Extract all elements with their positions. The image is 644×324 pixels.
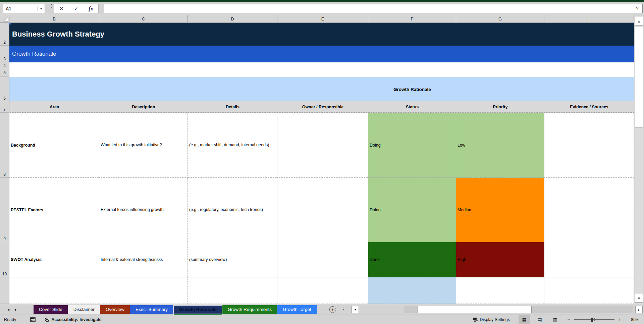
horizontal-scrollbar-thumb[interactable] xyxy=(418,306,532,313)
macro-record-icon[interactable] xyxy=(30,317,36,322)
cell-details[interactable]: (e.g., regulatory, economic, tech trends… xyxy=(188,178,277,242)
col-header-owner[interactable]: Owner / Responsible xyxy=(277,101,368,112)
cell-area[interactable]: PESTEL Factors xyxy=(9,178,99,242)
add-sheet-button[interactable]: + xyxy=(329,306,336,313)
scroll-down-icon[interactable]: ▼ xyxy=(635,294,643,303)
cell-owner[interactable] xyxy=(277,113,368,178)
formula-bar-input[interactable]: ˅ xyxy=(104,4,643,13)
accessibility-status[interactable]: Accessibility: Investigate xyxy=(44,317,101,322)
cell-details[interactable] xyxy=(188,277,277,304)
row-header-7[interactable]: 7 xyxy=(0,101,9,113)
col-header-status[interactable]: Status xyxy=(368,101,456,112)
cell-evidence[interactable] xyxy=(544,178,634,242)
cell-evidence[interactable] xyxy=(544,113,634,178)
col-header-details[interactable]: Details xyxy=(188,101,277,112)
vertical-scrollbar[interactable]: ▲ ▼ xyxy=(635,16,643,304)
tab-exec-summary[interactable]: Exec- Summary xyxy=(130,305,173,314)
vertical-scrollbar-thumb[interactable] xyxy=(635,27,643,127)
cell-owner[interactable] xyxy=(277,277,368,304)
col-header-evidence[interactable]: Evidence / Sources xyxy=(544,101,634,112)
cell-status[interactable]: Doing xyxy=(368,178,456,242)
zoom-out-button[interactable]: − xyxy=(565,317,573,322)
zoom-level[interactable]: 85% xyxy=(624,317,639,322)
col-header-description[interactable]: Description xyxy=(99,101,188,112)
cancel-button[interactable]: ✕ xyxy=(54,4,69,13)
view-normal-button[interactable]: ▦ xyxy=(519,315,530,324)
cell-owner[interactable] xyxy=(277,242,368,277)
empty-cell[interactable] xyxy=(9,69,634,77)
zoom-slider[interactable] xyxy=(574,319,614,320)
cell-priority[interactable]: Medium xyxy=(456,178,544,242)
hscroll-right-icon[interactable]: ▸ xyxy=(635,306,643,313)
cell-description[interactable] xyxy=(99,277,188,304)
cell-status[interactable]: Doing xyxy=(368,113,456,178)
column-header-h[interactable]: H xyxy=(544,15,634,22)
formula-bar-expand-icon[interactable]: ˅ xyxy=(632,6,642,11)
tab-menu-dots-icon[interactable]: ⋮ xyxy=(341,308,346,311)
tab-growth-requirements[interactable]: Growth Requirements xyxy=(222,305,277,314)
cell-evidence[interactable] xyxy=(544,277,634,304)
cell-details[interactable]: (summary overview) xyxy=(188,242,277,277)
tab-growth-rationals[interactable]: Growth Rationals xyxy=(173,305,222,314)
tab-cover-slide[interactable]: Cover Slide xyxy=(34,305,68,314)
display-settings-button[interactable]: Display Settings xyxy=(473,317,510,322)
cell-details[interactable]: (e.g., market shift, demand, internal ne… xyxy=(188,113,277,178)
band-cell[interactable] xyxy=(99,77,188,101)
column-header-e[interactable]: E xyxy=(277,15,368,22)
zoom-in-button[interactable]: + xyxy=(616,317,624,322)
column-header-b[interactable]: B xyxy=(9,15,99,22)
band-cell[interactable] xyxy=(188,77,277,101)
section-subtitle[interactable]: Growth Rationale xyxy=(9,46,634,62)
section-band-title[interactable]: Growth Rationale xyxy=(368,77,456,101)
column-header-c[interactable]: C xyxy=(99,15,188,22)
cell-area[interactable]: SWOT Analysis xyxy=(9,242,99,277)
band-cell[interactable] xyxy=(456,77,544,101)
name-box[interactable]: A1 ▾ xyxy=(3,4,45,13)
enter-button[interactable]: ✓ xyxy=(69,4,84,13)
band-cell[interactable] xyxy=(277,77,368,101)
name-box-dropdown-icon[interactable]: ▾ xyxy=(37,6,45,11)
page-title[interactable]: Business Growth Strategy xyxy=(9,23,634,46)
cell-priority[interactable]: Low xyxy=(456,113,544,178)
cell-area[interactable] xyxy=(9,277,99,304)
cell-evidence[interactable] xyxy=(544,242,634,277)
cell-status[interactable]: Done xyxy=(368,242,456,277)
cell-priority[interactable]: High xyxy=(456,242,544,277)
tab-disclaimer[interactable]: Disclaimer xyxy=(68,305,100,314)
cell-description[interactable]: External forces influencing growth xyxy=(99,178,188,242)
row-header-3[interactable]: 3 xyxy=(0,46,9,62)
tab-growth-target[interactable]: Growth Target xyxy=(277,305,317,314)
select-all-button[interactable] xyxy=(0,15,9,22)
col-header-priority[interactable]: Priority xyxy=(456,101,544,112)
column-header-g[interactable]: G xyxy=(456,15,544,22)
cell-status[interactable] xyxy=(368,277,456,304)
band-cell[interactable] xyxy=(9,77,99,101)
cell-description[interactable]: Internal & external strengths/risks xyxy=(99,242,188,277)
row-header-10[interactable]: 10 xyxy=(0,242,9,277)
empty-cell[interactable] xyxy=(9,62,634,69)
tabs-scroll-right-icon[interactable]: ▸ xyxy=(12,307,19,312)
view-page-layout-button[interactable]: ▤ xyxy=(534,315,545,324)
column-header-d[interactable]: D xyxy=(188,15,277,22)
cell-owner[interactable] xyxy=(277,178,368,242)
tabs-scroll-left-icon[interactable]: ◂ xyxy=(5,307,12,312)
scroll-up-icon[interactable]: ▲ xyxy=(635,17,643,25)
row-header-5[interactable]: 5 xyxy=(0,69,9,77)
row-header-9[interactable]: 9 xyxy=(0,178,9,242)
col-header-area[interactable]: Area xyxy=(9,101,99,112)
row-header-6[interactable]: 6 xyxy=(0,77,9,102)
cell-description[interactable]: What led to this growth initiative? xyxy=(99,113,188,178)
band-cell[interactable] xyxy=(544,77,634,101)
row-header-4[interactable]: 4 xyxy=(0,62,9,69)
insert-function-button[interactable]: fx xyxy=(84,4,98,13)
row-header-11[interactable] xyxy=(0,277,9,304)
cell-priority[interactable] xyxy=(456,277,544,304)
cell-area[interactable]: Background xyxy=(9,113,99,178)
zoom-slider-thumb[interactable] xyxy=(591,318,593,322)
column-header-f[interactable]: F xyxy=(368,15,456,22)
row-header-2[interactable]: 2 xyxy=(0,23,9,46)
view-page-break-button[interactable]: ▥ xyxy=(549,315,561,324)
row-header-8[interactable]: 8 xyxy=(0,113,9,178)
tab-overview[interactable]: Overview xyxy=(100,305,130,314)
hscroll-left-icon[interactable]: ◂ xyxy=(352,306,359,313)
